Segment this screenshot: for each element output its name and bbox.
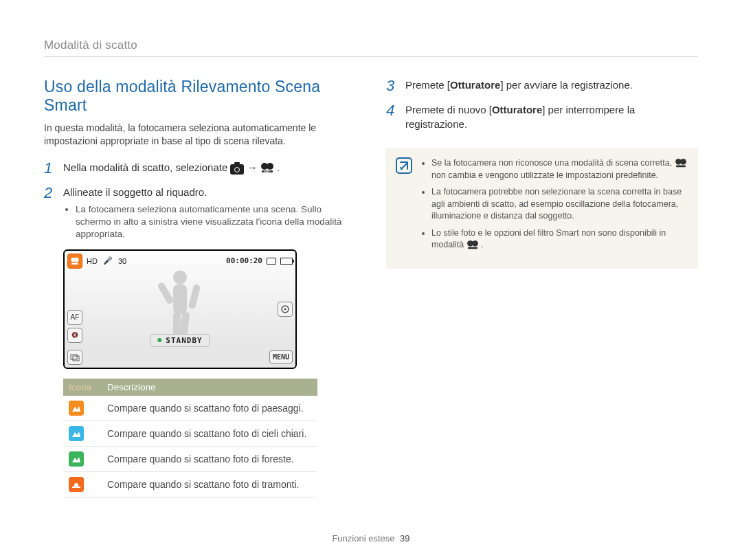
step-number: 3 (386, 78, 398, 94)
svg-rect-8 (173, 284, 187, 314)
page-footer: Funzioni estese 39 (0, 533, 742, 544)
svg-point-21 (680, 159, 686, 165)
lcd-top-right: 00:00:20 (226, 256, 293, 265)
svg-point-7 (173, 270, 187, 284)
card-icon (267, 258, 276, 265)
svg-rect-25 (468, 247, 477, 249)
note-item: Se la fotocamera non riconosce una modal… (431, 157, 687, 181)
forest-icon (69, 451, 84, 467)
step-2-bullet: La fotocamera seleziona automaticamente … (76, 203, 356, 241)
footer-section: Funzioni estese (332, 533, 394, 544)
manual-page: Modalità di scatto Uso della modalità Ri… (0, 0, 742, 497)
lcd-mic-icon: 🎤 (102, 256, 114, 265)
smart-scene-icon (67, 254, 82, 269)
table-header-icon: Icona (63, 379, 102, 396)
divider (44, 56, 698, 57)
step-3-text: Premete [Otturatore] per avviare la regi… (405, 78, 633, 94)
intro-text: In questa modalità, la fotocamera selezi… (44, 122, 356, 148)
svg-rect-6 (71, 262, 78, 265)
step-2-bullets: La fotocamera seleziona automaticamente … (76, 203, 356, 241)
step-2: 2 Allineate il soggetto al riquadro. La … (44, 185, 356, 241)
table-row: Compare quando si scattano foto di fores… (63, 446, 317, 471)
note-item: La fotocamera potrebbe non selezionare l… (431, 186, 687, 223)
sunset-icon (69, 477, 84, 492)
record-dot-icon (157, 338, 161, 342)
smart-mode-icon: SMART (260, 162, 274, 173)
left-column: Uso della modalità Rilevamento Scena Sma… (44, 78, 356, 497)
lcd-standby-badge: STANDBY (150, 334, 210, 347)
steps-list-right: 3 Premete [Otturatore] per avviare la re… (386, 78, 698, 131)
lcd-mode-button (278, 302, 293, 317)
step-number: 2 (44, 185, 56, 241)
lcd-timecode: 00:00:20 (226, 256, 262, 265)
lcd-hd-icon: HD (85, 257, 99, 265)
table-cell-desc: Compare quando si scattano foto di fores… (102, 446, 317, 471)
table-row: Compare quando si scattano foto di cieli… (63, 421, 317, 446)
table-cell-desc: Compare quando si scattano foto di tramo… (102, 471, 317, 497)
camera-icon (230, 164, 244, 175)
svg-rect-19 (72, 486, 80, 488)
lcd-menu-button: MENU (269, 350, 293, 363)
steps-list-left: 1 Nella modalità di scatto, selezionate … (44, 160, 356, 241)
smart-mode-icon (675, 158, 687, 168)
scene-icon-table: Icona Descrizione Compare quando si scat… (63, 379, 317, 497)
table-header-desc: Descrizione (102, 379, 317, 396)
step-4: 4 Premete di nuovo [Otturatore] per inte… (386, 102, 698, 131)
smart-mode-icon (466, 240, 479, 249)
table-cell-desc: Compare quando si scattano foto di cieli… (102, 421, 317, 446)
step-2-body: Allineate il soggetto al riquadro. La fo… (63, 185, 356, 241)
svg-point-5 (74, 257, 78, 261)
camera-lcd-preview: HD 🎤 30 00:00:20 (63, 249, 297, 369)
lcd-right-column (278, 302, 293, 317)
table-row: Compare quando si scattano foto di tramo… (63, 471, 317, 497)
lcd-gallery-button (67, 350, 82, 365)
section-title: Uso della modalità Rilevamento Scena Sma… (44, 78, 356, 115)
note-list: Se la fotocamera non riconosce una modal… (431, 157, 687, 256)
svg-rect-17 (73, 356, 79, 361)
step-number: 1 (44, 160, 56, 177)
svg-point-15 (284, 308, 286, 310)
svg-point-1 (267, 163, 273, 170)
battery-icon (280, 258, 293, 265)
note-item: Lo stile foto e le opzioni del filtro Sm… (431, 227, 687, 251)
sky-icon (69, 426, 84, 441)
note-icon (396, 157, 412, 174)
lcd-sound-off-button: 🔇 (67, 328, 82, 343)
table-row: Compare quando si scattano foto di paesa… (63, 396, 317, 421)
right-column: 3 Premete [Otturatore] per avviare la re… (386, 78, 698, 497)
footer-page-number: 39 (400, 533, 409, 544)
table-cell-desc: Compare quando si scattano foto di paesa… (102, 396, 317, 421)
step-4-text: Premete di nuovo [Otturatore] per interr… (405, 102, 698, 131)
lcd-af-button: AF (67, 310, 82, 325)
lcd-left-column: AF 🔇 (67, 310, 82, 343)
step-3: 3 Premete [Otturatore] per avviare la re… (386, 78, 698, 94)
two-column-layout: Uso della modalità Rilevamento Scena Sma… (44, 78, 698, 497)
svg-rect-9 (157, 281, 175, 304)
lcd-bottom-row: MENU (67, 350, 293, 365)
step-number: 4 (386, 102, 398, 131)
lcd-fps-icon: 30 (117, 257, 128, 265)
svg-rect-16 (71, 355, 77, 359)
step-1-text: Nella modalità di scatto, selezionate → … (63, 160, 280, 177)
step-1: 1 Nella modalità di scatto, selezionate … (44, 160, 356, 177)
landscape-icon (69, 401, 84, 416)
svg-text:SMART: SMART (263, 170, 271, 172)
note-box: Se la fotocamera non riconosce una modal… (386, 148, 698, 269)
svg-rect-10 (188, 284, 201, 309)
svg-rect-22 (676, 166, 686, 168)
svg-point-24 (472, 240, 478, 247)
step-2-text: Allineate il soggetto al riquadro. (63, 186, 207, 198)
breadcrumb: Modalità di scatto (44, 38, 698, 52)
